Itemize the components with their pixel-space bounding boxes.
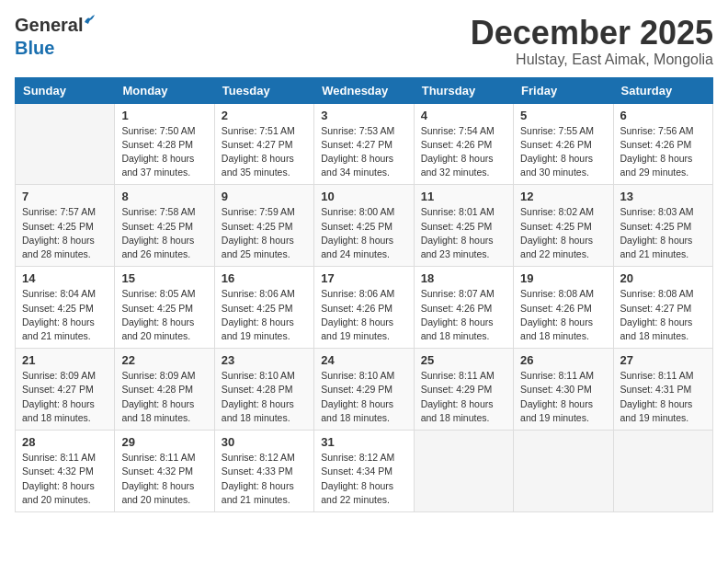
day-number: 6 (620, 109, 706, 122)
calendar-cell: 7Sunrise: 7:57 AM Sunset: 4:25 PM Daylig… (16, 185, 115, 267)
day-info: Sunrise: 7:55 AM Sunset: 4:26 PM Dayligh… (520, 124, 606, 180)
day-info: Sunrise: 8:08 AM Sunset: 4:26 PM Dayligh… (520, 287, 606, 343)
calendar-cell: 30Sunrise: 8:12 AM Sunset: 4:33 PM Dayli… (214, 431, 313, 512)
day-number: 7 (22, 190, 108, 203)
day-info: Sunrise: 8:11 AM Sunset: 4:32 PM Dayligh… (121, 451, 207, 507)
day-number: 31 (321, 435, 406, 449)
day-info: Sunrise: 7:57 AM Sunset: 4:25 PM Dayligh… (22, 205, 108, 261)
day-number: 2 (222, 109, 307, 122)
calendar-cell: 22Sunrise: 8:09 AM Sunset: 4:28 PM Dayli… (115, 349, 214, 431)
day-number: 3 (321, 109, 406, 122)
calendar-week-row: 7Sunrise: 7:57 AM Sunset: 4:25 PM Daylig… (16, 185, 713, 267)
day-info: Sunrise: 7:53 AM Sunset: 4:27 PM Dayligh… (321, 124, 406, 180)
calendar-cell (414, 431, 513, 512)
day-number: 13 (620, 190, 706, 203)
day-number: 29 (121, 435, 207, 449)
day-number: 24 (321, 353, 406, 367)
day-info: Sunrise: 7:50 AM Sunset: 4:28 PM Dayligh… (121, 124, 207, 180)
logo-blue: Blue (15, 38, 54, 59)
calendar-table: SundayMondayTuesdayWednesdayThursdayFrid… (15, 77, 713, 512)
day-info: Sunrise: 8:09 AM Sunset: 4:27 PM Dayligh… (22, 369, 108, 425)
calendar-header-friday: Friday (514, 77, 613, 103)
day-number: 30 (222, 435, 307, 449)
day-number: 5 (520, 109, 606, 122)
day-info: Sunrise: 8:09 AM Sunset: 4:28 PM Dayligh… (121, 369, 207, 425)
calendar-cell: 17Sunrise: 8:06 AM Sunset: 4:26 PM Dayli… (314, 267, 414, 349)
calendar-cell: 10Sunrise: 8:00 AM Sunset: 4:25 PM Dayli… (314, 185, 414, 267)
day-number: 21 (22, 353, 108, 367)
calendar-cell: 27Sunrise: 8:11 AM Sunset: 4:31 PM Dayli… (613, 349, 712, 431)
day-number: 25 (421, 353, 506, 367)
day-info: Sunrise: 8:07 AM Sunset: 4:26 PM Dayligh… (421, 287, 506, 343)
calendar-header-wednesday: Wednesday (314, 77, 414, 103)
month-title: December 2025 (471, 15, 713, 52)
calendar-cell: 20Sunrise: 8:08 AM Sunset: 4:27 PM Dayli… (613, 267, 712, 349)
day-info: Sunrise: 8:11 AM Sunset: 4:32 PM Dayligh… (22, 451, 108, 507)
day-number: 17 (321, 271, 406, 285)
calendar-cell (514, 431, 613, 512)
calendar-cell: 23Sunrise: 8:10 AM Sunset: 4:28 PM Dayli… (214, 349, 313, 431)
day-number: 12 (520, 190, 606, 203)
day-number: 28 (22, 435, 108, 449)
day-number: 9 (222, 190, 307, 203)
calendar-week-row: 14Sunrise: 8:04 AM Sunset: 4:25 PM Dayli… (16, 267, 713, 349)
day-number: 20 (620, 271, 706, 285)
day-number: 26 (520, 353, 606, 367)
page-header: General Blue December 2025 Hulstay, East… (15, 15, 713, 68)
calendar-cell: 29Sunrise: 8:11 AM Sunset: 4:32 PM Dayli… (115, 431, 214, 512)
day-info: Sunrise: 8:08 AM Sunset: 4:27 PM Dayligh… (620, 287, 706, 343)
day-number: 23 (222, 353, 307, 367)
day-info: Sunrise: 8:00 AM Sunset: 4:25 PM Dayligh… (321, 205, 406, 261)
day-info: Sunrise: 8:10 AM Sunset: 4:28 PM Dayligh… (222, 369, 307, 425)
calendar-cell: 14Sunrise: 8:04 AM Sunset: 4:25 PM Dayli… (16, 267, 115, 349)
day-info: Sunrise: 8:04 AM Sunset: 4:25 PM Dayligh… (22, 287, 108, 343)
calendar-cell: 9Sunrise: 7:59 AM Sunset: 4:25 PM Daylig… (214, 185, 313, 267)
day-info: Sunrise: 8:06 AM Sunset: 4:25 PM Dayligh… (222, 287, 307, 343)
calendar-week-row: 1Sunrise: 7:50 AM Sunset: 4:28 PM Daylig… (16, 103, 713, 185)
day-info: Sunrise: 8:12 AM Sunset: 4:33 PM Dayligh… (222, 451, 307, 507)
day-info: Sunrise: 8:10 AM Sunset: 4:29 PM Dayligh… (321, 369, 406, 425)
day-info: Sunrise: 8:12 AM Sunset: 4:34 PM Dayligh… (321, 451, 406, 507)
day-info: Sunrise: 8:11 AM Sunset: 4:29 PM Dayligh… (421, 369, 506, 425)
day-info: Sunrise: 7:51 AM Sunset: 4:27 PM Dayligh… (222, 124, 307, 180)
day-number: 19 (520, 271, 606, 285)
day-number: 1 (121, 109, 207, 122)
calendar-header-sunday: Sunday (16, 77, 115, 103)
calendar-cell: 2Sunrise: 7:51 AM Sunset: 4:27 PM Daylig… (214, 103, 313, 185)
calendar-header-thursday: Thursday (414, 77, 513, 103)
day-number: 15 (121, 271, 207, 285)
calendar-cell: 18Sunrise: 8:07 AM Sunset: 4:26 PM Dayli… (414, 267, 513, 349)
calendar-cell: 25Sunrise: 8:11 AM Sunset: 4:29 PM Dayli… (414, 349, 513, 431)
day-number: 8 (121, 190, 207, 203)
calendar-header-saturday: Saturday (613, 77, 712, 103)
location-title: Hulstay, East Aimak, Mongolia (471, 52, 713, 68)
title-block: December 2025 Hulstay, East Aimak, Mongo… (471, 15, 713, 68)
calendar-cell: 31Sunrise: 8:12 AM Sunset: 4:34 PM Dayli… (314, 431, 414, 512)
calendar-cell: 12Sunrise: 8:02 AM Sunset: 4:25 PM Dayli… (514, 185, 613, 267)
day-info: Sunrise: 8:05 AM Sunset: 4:25 PM Dayligh… (121, 287, 207, 343)
day-number: 11 (421, 190, 506, 203)
day-info: Sunrise: 8:01 AM Sunset: 4:25 PM Dayligh… (421, 205, 506, 261)
calendar-cell: 3Sunrise: 7:53 AM Sunset: 4:27 PM Daylig… (314, 103, 414, 185)
day-number: 4 (421, 109, 506, 122)
calendar-cell: 11Sunrise: 8:01 AM Sunset: 4:25 PM Dayli… (414, 185, 513, 267)
calendar-cell: 16Sunrise: 8:06 AM Sunset: 4:25 PM Dayli… (214, 267, 313, 349)
calendar-cell: 5Sunrise: 7:55 AM Sunset: 4:26 PM Daylig… (514, 103, 613, 185)
calendar-cell (613, 431, 712, 512)
day-info: Sunrise: 7:58 AM Sunset: 4:25 PM Dayligh… (121, 205, 207, 261)
calendar-cell: 4Sunrise: 7:54 AM Sunset: 4:26 PM Daylig… (414, 103, 513, 185)
calendar-cell: 1Sunrise: 7:50 AM Sunset: 4:28 PM Daylig… (115, 103, 214, 185)
day-number: 16 (222, 271, 307, 285)
day-info: Sunrise: 8:03 AM Sunset: 4:25 PM Dayligh… (620, 205, 706, 261)
calendar-cell: 8Sunrise: 7:58 AM Sunset: 4:25 PM Daylig… (115, 185, 214, 267)
calendar-cell: 13Sunrise: 8:03 AM Sunset: 4:25 PM Dayli… (613, 185, 712, 267)
calendar-cell: 28Sunrise: 8:11 AM Sunset: 4:32 PM Dayli… (16, 431, 115, 512)
day-info: Sunrise: 7:59 AM Sunset: 4:25 PM Dayligh… (222, 205, 307, 261)
calendar-cell (16, 103, 115, 185)
day-number: 22 (121, 353, 207, 367)
day-info: Sunrise: 8:06 AM Sunset: 4:26 PM Dayligh… (321, 287, 406, 343)
day-number: 18 (421, 271, 506, 285)
day-number: 14 (22, 271, 108, 285)
day-info: Sunrise: 8:11 AM Sunset: 4:30 PM Dayligh… (520, 369, 606, 425)
calendar-cell: 21Sunrise: 8:09 AM Sunset: 4:27 PM Dayli… (16, 349, 115, 431)
